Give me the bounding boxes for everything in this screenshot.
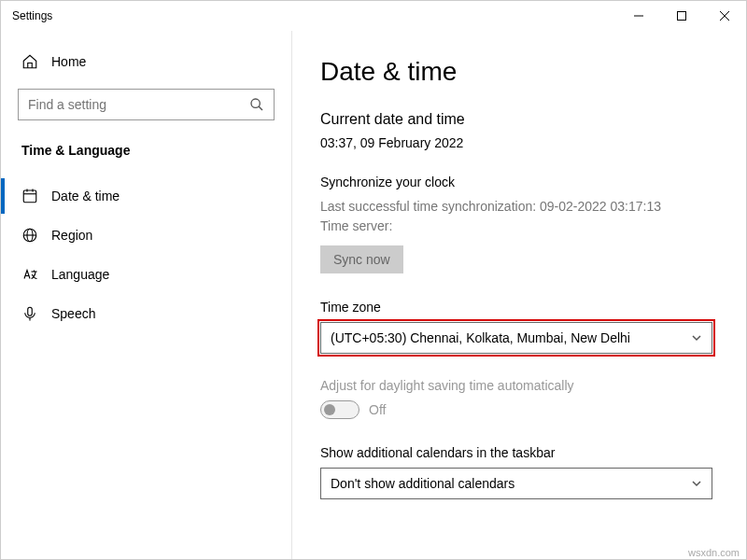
search-input[interactable] [28, 97, 249, 112]
dst-label: Adjust for daylight saving time automati… [320, 378, 718, 393]
page-title: Date & time [320, 57, 718, 87]
additional-calendars-label: Show additional calendars in the taskbar [320, 445, 718, 460]
search-input-wrap[interactable] [18, 89, 275, 120]
svg-point-4 [251, 99, 260, 107]
close-button[interactable] [703, 1, 746, 31]
current-datetime-value: 03:37, 09 February 2022 [320, 135, 718, 150]
dst-toggle [320, 400, 359, 419]
sidebar-item-label: Speech [51, 306, 95, 321]
svg-line-5 [259, 106, 262, 110]
minimize-icon [634, 11, 643, 21]
close-icon [720, 11, 729, 21]
sidebar-item-label: Region [51, 228, 92, 243]
sidebar-item-region[interactable]: Region [18, 217, 275, 253]
sidebar-item-label: Language [51, 267, 109, 282]
chevron-down-icon [691, 478, 702, 489]
nav-home[interactable]: Home [18, 48, 275, 76]
microphone-icon [21, 305, 38, 322]
svg-rect-1 [678, 12, 686, 21]
sidebar-item-date-time[interactable]: Date & time [18, 178, 275, 214]
globe-icon [21, 227, 38, 244]
timezone-select[interactable]: (UTC+05:30) Chennai, Kolkata, Mumbai, Ne… [320, 322, 712, 354]
maximize-button[interactable] [660, 1, 703, 31]
sync-server: Time server: [320, 217, 718, 236]
minimize-button[interactable] [617, 1, 660, 31]
chevron-down-icon [691, 332, 702, 343]
sidebar-item-label: Date & time [51, 189, 120, 203]
sidebar-category: Time & Language [18, 143, 275, 158]
nav-home-label: Home [51, 54, 86, 69]
additional-calendars-select[interactable]: Don't show additional calendars [320, 468, 712, 499]
additional-calendars-value: Don't show additional calendars [331, 476, 514, 491]
window-title: Settings [12, 9, 52, 22]
current-datetime-heading: Current date and time [320, 111, 718, 128]
search-icon [249, 97, 264, 112]
svg-rect-14 [28, 307, 33, 315]
sync-last-success: Last successful time synchronization: 09… [320, 197, 718, 217]
sync-heading: Synchronize your clock [320, 175, 718, 189]
dst-toggle-state: Off [369, 402, 386, 417]
home-icon [21, 53, 38, 70]
language-icon [21, 266, 38, 283]
watermark: wsxdn.com [688, 547, 740, 558]
maximize-icon [677, 11, 686, 21]
svg-rect-6 [23, 190, 36, 203]
clock-calendar-icon [21, 188, 38, 204]
sidebar-item-language[interactable]: Language [18, 257, 275, 292]
timezone-value: (UTC+05:30) Chennai, Kolkata, Mumbai, Ne… [331, 330, 630, 345]
sync-now-button[interactable]: Sync now [320, 245, 403, 273]
sidebar-item-speech[interactable]: Speech [18, 296, 275, 331]
timezone-label: Time zone [320, 300, 718, 315]
